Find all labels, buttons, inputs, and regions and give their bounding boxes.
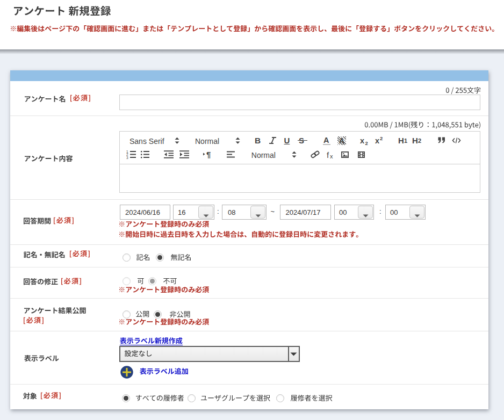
svg-text:3: 3 (126, 156, 128, 160)
